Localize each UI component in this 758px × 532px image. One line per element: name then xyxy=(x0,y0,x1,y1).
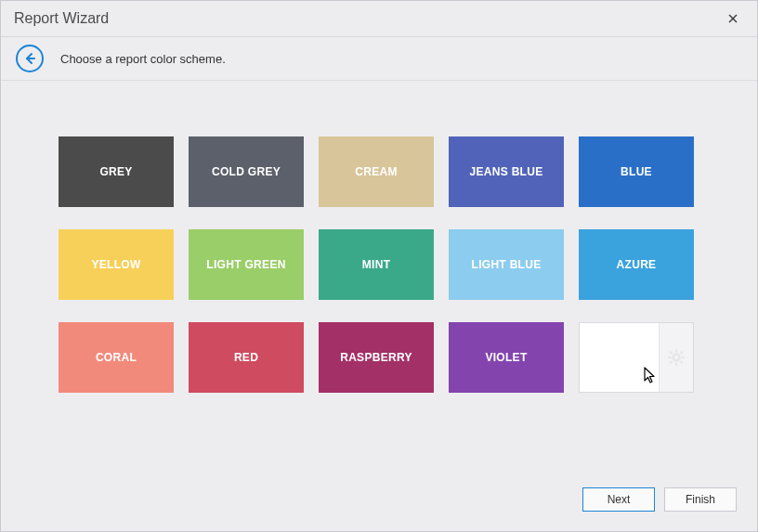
swatch-label: CREAM xyxy=(355,165,398,178)
swatch-label: RASPBERRY xyxy=(340,351,412,364)
swatch-coral[interactable]: CORAL xyxy=(59,322,174,393)
swatch-violet[interactable]: VIOLET xyxy=(449,322,564,393)
window-title: Report Wizard xyxy=(14,10,109,27)
svg-rect-5 xyxy=(675,362,677,365)
swatch-light-green[interactable]: LIGHT GREEN xyxy=(189,229,304,300)
finish-button[interactable]: Finish xyxy=(664,487,737,512)
swatch-azure[interactable]: AZURE xyxy=(579,229,694,300)
gear-icon xyxy=(667,348,686,367)
back-arrow-icon xyxy=(23,52,36,65)
footer: Next Finish xyxy=(1,475,757,531)
svg-rect-7 xyxy=(681,357,684,358)
swatch-yellow[interactable]: YELLOW xyxy=(59,229,174,300)
next-button[interactable]: Next xyxy=(582,487,655,512)
svg-rect-4 xyxy=(675,349,677,352)
report-wizard-window: Report Wizard Choose a report color sche… xyxy=(0,0,758,532)
swatch-cream[interactable]: CREAM xyxy=(319,136,434,207)
swatch-red[interactable]: RED xyxy=(189,322,304,393)
svg-rect-11 xyxy=(669,360,673,364)
svg-rect-6 xyxy=(668,357,671,358)
custom-swatch-settings[interactable] xyxy=(659,323,693,392)
next-button-label: Next xyxy=(608,493,631,506)
swatch-label: JEANS BLUE xyxy=(469,165,542,178)
swatch-label: COLD GREY xyxy=(212,165,281,178)
swatch-label: YELLOW xyxy=(91,258,140,271)
cursor-icon xyxy=(643,366,658,384)
titlebar: Report Wizard xyxy=(1,1,757,37)
swatch-light-blue[interactable]: LIGHT BLUE xyxy=(449,229,564,300)
instruction-text: Choose a report color scheme. xyxy=(60,52,226,66)
swatch-label: BLUE xyxy=(621,165,652,178)
color-scheme-grid: GREY COLD GREY CREAM JEANS BLUE BLUE YEL… xyxy=(59,136,699,393)
svg-rect-8 xyxy=(669,351,673,355)
swatch-label: CORAL xyxy=(96,351,137,364)
swatch-jeans-blue[interactable]: JEANS BLUE xyxy=(449,136,564,207)
swatch-custom[interactable] xyxy=(579,322,694,393)
swatch-mint[interactable]: MINT xyxy=(319,229,434,300)
content-area: GREY COLD GREY CREAM JEANS BLUE BLUE YEL… xyxy=(1,81,757,475)
swatch-grey[interactable]: GREY xyxy=(59,136,174,207)
swatch-cold-grey[interactable]: COLD GREY xyxy=(189,136,304,207)
svg-point-3 xyxy=(673,355,680,361)
close-button[interactable] xyxy=(722,7,744,30)
close-icon xyxy=(728,14,738,23)
swatch-label: MINT xyxy=(362,258,391,271)
subheader: Choose a report color scheme. xyxy=(1,37,757,81)
swatch-raspberry[interactable]: RASPBERRY xyxy=(319,322,434,393)
swatch-label: AZURE xyxy=(617,258,657,271)
finish-button-label: Finish xyxy=(686,493,715,506)
svg-rect-10 xyxy=(680,351,684,355)
svg-rect-9 xyxy=(680,360,684,364)
swatch-label: LIGHT GREEN xyxy=(206,258,285,271)
swatch-blue[interactable]: BLUE xyxy=(579,136,694,207)
swatch-label: LIGHT BLUE xyxy=(472,258,542,271)
back-button[interactable] xyxy=(16,45,44,72)
swatch-label: RED xyxy=(234,351,258,364)
swatch-label: VIOLET xyxy=(485,351,527,364)
swatch-label: GREY xyxy=(99,165,132,178)
